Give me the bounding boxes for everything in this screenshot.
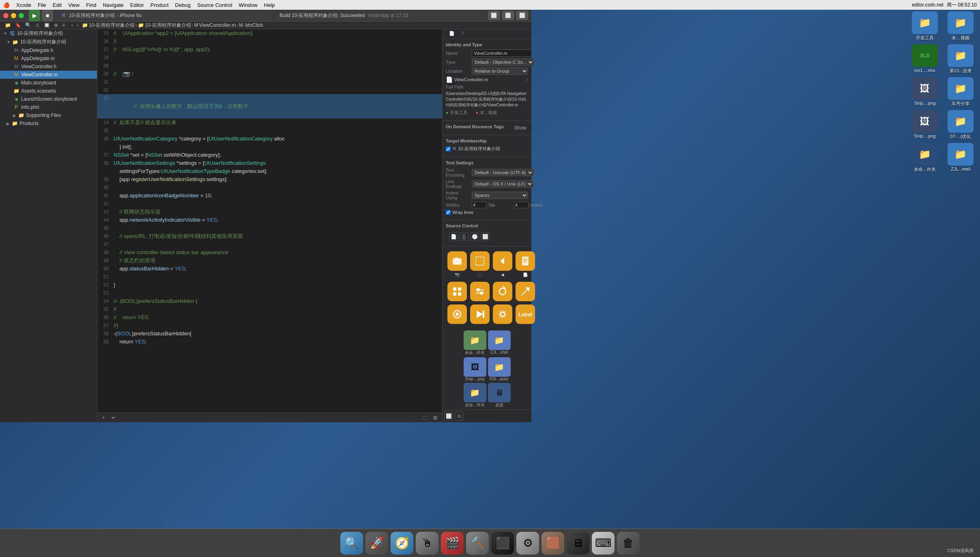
menu-help[interactable]: Help xyxy=(264,2,275,8)
export-icon-btn[interactable] xyxy=(516,282,535,301)
sc-brace-btn[interactable]: {} xyxy=(460,232,469,241)
device-name[interactable]: iPhone 6s xyxy=(120,13,141,18)
maximize-button[interactable] xyxy=(19,13,24,18)
circle-icon-btn[interactable] xyxy=(447,304,467,324)
breadcrumb-group[interactable]: 10-应用程序对象介绍 xyxy=(145,22,191,29)
folder-icon-btn[interactable]: 📁 xyxy=(3,22,13,29)
menu-editor[interactable]: Editor xyxy=(130,2,144,8)
wrap-lines-checkbox[interactable] xyxy=(446,210,451,215)
type-select[interactable]: Default - Objective-C So... xyxy=(472,58,534,66)
menu-view[interactable]: View xyxy=(68,2,80,8)
label-icon-btn[interactable]: Label xyxy=(516,304,535,324)
slider-icon-btn[interactable] xyxy=(470,282,490,301)
indent-using-select[interactable]: Spaces xyxy=(472,192,528,199)
sidebar-item-products[interactable]: ▶ 📁 Products xyxy=(0,119,97,127)
menu-navigate[interactable]: Navigate xyxy=(103,2,123,8)
quick-help-tab[interactable]: ? xyxy=(458,29,467,39)
sidebar-group-1[interactable]: ▼ 📁 10-应用程序对象介绍 xyxy=(0,38,97,46)
rotate-icon-btn[interactable] xyxy=(493,282,512,301)
sidebar-item-viewcontroller-m[interactable]: M ViewController.m xyxy=(0,71,97,79)
menu-window[interactable]: Window xyxy=(239,2,258,8)
back-icon-btn[interactable] xyxy=(493,251,512,271)
desk-folder-unarchived[interactable]: 📁 未命...件夹 xyxy=(464,330,486,356)
desktop-icon-snip1[interactable]: 🖼 Snip....png xyxy=(909,77,941,107)
breadcrumb-project[interactable]: 10-应用程序对象介绍 xyxy=(89,22,135,29)
bookmark-btn[interactable]: 🔖 xyxy=(13,22,23,29)
close-button[interactable] xyxy=(3,13,9,18)
dock-settings[interactable]: ⚙ xyxy=(516,532,539,555)
panel-bottom-left-btn[interactable]: ⬜ xyxy=(444,412,453,421)
gear-icon-btn[interactable] xyxy=(493,304,512,324)
desktop-icon-chapter13[interactable]: 📁 第13...业准 xyxy=(944,44,977,74)
selection-icon-btn[interactable] xyxy=(470,251,490,271)
desk-folder-snip2[interactable]: 🖼 Snip....png xyxy=(464,357,486,381)
tab-width-input[interactable] xyxy=(472,202,486,208)
code-scroll-area[interactable]: 25 // UIApplication *app2 = [UIApplicati… xyxy=(97,29,442,412)
desktop-icon-devtools[interactable]: 📁 开发工具 xyxy=(909,11,941,41)
show-on-demand-btn[interactable]: Show xyxy=(513,124,528,132)
desktop-icon-video[interactable]: 📁 未…视频 xyxy=(944,11,977,41)
sc-clock-btn[interactable]: 🕐 xyxy=(470,232,479,241)
desktop-icon-opt[interactable]: 📁 07-...(优化 xyxy=(944,110,977,140)
minimize-button[interactable] xyxy=(11,13,16,18)
sidebar-item-assets[interactable]: 📁 Assets.xcassets xyxy=(0,87,97,95)
menu-debug[interactable]: Debug xyxy=(175,2,191,8)
search-btn-sidebar[interactable]: 🔍 xyxy=(24,22,33,29)
dock-app[interactable]: 🟫 xyxy=(542,532,564,555)
sidebar-item-appdelegate-h[interactable]: H AppDelegate.h xyxy=(0,46,97,54)
menu-edit[interactable]: Edit xyxy=(53,2,62,8)
add-file-btn[interactable]: + xyxy=(101,414,107,421)
file-inspector-tab[interactable]: 📄 xyxy=(446,29,458,39)
menu-file[interactable]: File xyxy=(38,2,46,8)
breadcrumb-method[interactable]: -btnClick: xyxy=(244,22,264,28)
dock-launchpad[interactable]: 🚀 xyxy=(365,532,388,555)
play-icon-btn[interactable] xyxy=(470,304,490,324)
sidebar-item-viewcontroller-h[interactable]: H ViewController.h xyxy=(0,63,97,71)
dock-mouse[interactable]: 🖱 xyxy=(416,532,438,555)
desktop-icon-snip2b[interactable]: 🖼 Snip....png xyxy=(909,110,941,140)
desktop-icon-excel[interactable]: XLS ios1....xlsx xyxy=(909,44,941,74)
encoding-select[interactable]: Default - Unicode (UTF-8) xyxy=(472,169,534,176)
dock-tools[interactable]: 🔨 xyxy=(466,532,489,555)
back-forward-btn[interactable]: ↩ xyxy=(110,414,117,421)
menu-source-control[interactable]: Source Control xyxy=(197,2,232,8)
location-select[interactable]: Relative to Group xyxy=(472,67,528,75)
desktop-icon-unnamed2[interactable]: 📁 未命...件夹 xyxy=(909,143,941,173)
breadcrumb-file[interactable]: ViewController.m xyxy=(199,22,236,28)
scheme-name[interactable]: 10-应用程序对象介绍 xyxy=(69,12,115,19)
doc-icon-btn[interactable] xyxy=(516,251,535,271)
camera-icon-btn[interactable] xyxy=(447,251,467,271)
sidebar-item-main-storyboard[interactable]: ◈ Main.storyboard xyxy=(0,79,97,87)
indent-width-input[interactable] xyxy=(514,202,529,208)
dock-safari[interactable]: 🧭 xyxy=(391,532,413,555)
dock-monitor[interactable]: 🖥 xyxy=(567,532,589,555)
panel-bottom-right-btn[interactable]: ⊙ xyxy=(455,412,464,421)
editor-split-btn[interactable]: ⊞ xyxy=(432,414,439,421)
dock-finder[interactable]: 🔍 xyxy=(340,532,363,555)
grid-icon-btn[interactable] xyxy=(447,282,467,301)
back-btn[interactable]: ‹ xyxy=(70,22,75,29)
menu-find[interactable]: Find xyxy=(86,2,96,8)
dock-trash[interactable]: 🗑 xyxy=(617,532,640,555)
forward-btn[interactable]: › xyxy=(75,22,80,29)
menu-product[interactable]: Product xyxy=(150,2,169,8)
target-checkbox[interactable] xyxy=(446,147,451,151)
sidebar-item-launch-storyboard[interactable]: ◈ LaunchScreen.storyboard xyxy=(0,95,97,103)
run-button[interactable]: ▶ xyxy=(29,10,40,21)
dock-keyboard[interactable]: ⌨ xyxy=(592,532,615,555)
toggle-sidebar-button[interactable]: ⬜ xyxy=(488,11,500,20)
desk-folder-ksi[interactable]: 📁 KSI...aster xyxy=(488,357,511,381)
desktop-icon-chedan[interactable]: 📁 车丹分享 xyxy=(944,77,977,107)
stop-button[interactable]: ■ xyxy=(42,10,53,21)
git-btn[interactable]: ⊕ xyxy=(52,22,60,29)
name-input[interactable] xyxy=(472,50,532,57)
desk-folder-unnamed[interactable]: 📁 未命...件夹 xyxy=(464,383,486,408)
menu-xcode[interactable]: Xcode xyxy=(16,2,31,8)
code-editor[interactable]: 25 // UIApplication *app2 = [UIApplicati… xyxy=(97,29,442,422)
warning-btn[interactable]: ⚠ xyxy=(34,22,41,29)
split-editor-button[interactable]: ⬜ xyxy=(516,11,528,20)
editor-toggle-btn[interactable]: ⬚ xyxy=(421,414,428,421)
sc-export-btn[interactable]: ⬜ xyxy=(481,232,490,241)
sidebar-item-project[interactable]: ▼ 🏗 10-应用程序对象介绍 xyxy=(0,29,97,38)
list-btn[interactable]: ≡ xyxy=(60,22,67,29)
